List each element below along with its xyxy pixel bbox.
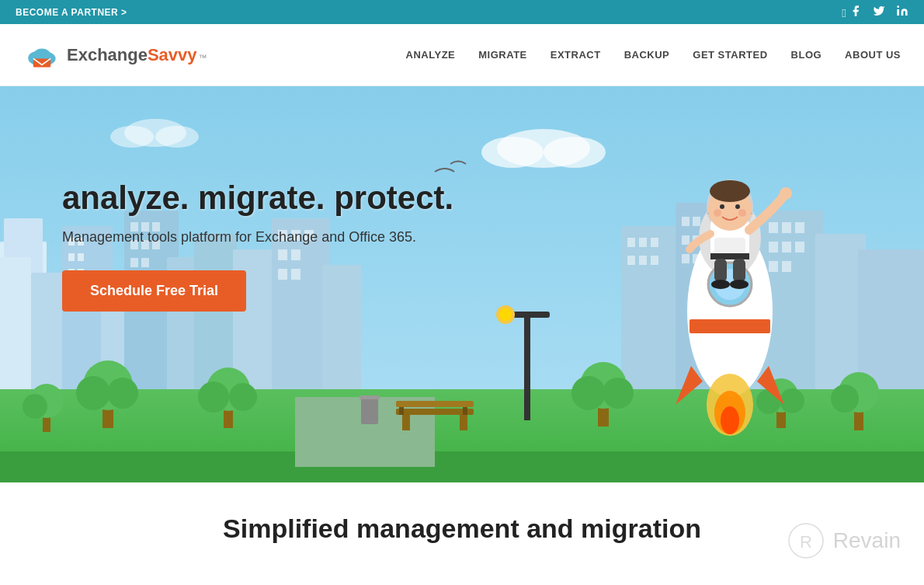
svg-rect-48 xyxy=(651,238,658,247)
cta-button[interactable]: Schedule Free Trial xyxy=(62,270,246,312)
logo-exchange: Exchange xyxy=(67,45,148,65)
svg-point-88 xyxy=(23,394,47,419)
nav-get-started[interactable]: GET STARTED xyxy=(693,49,767,61)
svg-point-103 xyxy=(780,388,804,413)
logo-savvy: Savvy xyxy=(148,45,197,65)
social-icons:  xyxy=(842,5,908,19)
revain-text: Revain xyxy=(833,528,901,553)
svg-point-96 xyxy=(603,378,634,409)
svg-rect-46 xyxy=(627,238,635,247)
svg-rect-63 xyxy=(782,242,791,252)
hero-subtext: Management tools platform for Exchange a… xyxy=(62,229,453,245)
svg-rect-64 xyxy=(795,242,804,252)
svg-rect-53 xyxy=(693,217,700,226)
svg-rect-47 xyxy=(639,238,647,247)
nav-blog[interactable]: BLOG xyxy=(791,49,822,61)
logo-text: Exchange Savvy ™ xyxy=(67,45,207,65)
svg-point-134 xyxy=(730,280,749,289)
hero-section: analyze. migrate. protect. Management to… xyxy=(0,86,924,482)
svg-point-91 xyxy=(198,381,229,413)
svg-rect-70 xyxy=(524,312,530,420)
facebook-icon[interactable]:  xyxy=(842,5,862,19)
hero-content: analyze. migrate. protect. Management to… xyxy=(62,179,453,312)
header: Exchange Savvy ™ ANALYZE MIGRATE EXTRACT… xyxy=(0,24,924,86)
nav-analyze[interactable]: ANALYZE xyxy=(406,49,456,61)
svg-rect-62 xyxy=(769,242,778,252)
svg-point-126 xyxy=(720,204,724,209)
svg-rect-77 xyxy=(460,415,467,430)
svg-rect-76 xyxy=(402,415,410,430)
svg-rect-79 xyxy=(463,407,467,415)
svg-point-130 xyxy=(780,187,792,200)
svg-rect-132 xyxy=(733,259,745,282)
nav-migrate[interactable]: MIGRATE xyxy=(478,49,526,61)
nav-extract[interactable]: EXTRACT xyxy=(551,49,601,61)
logo-tm: ™ xyxy=(199,53,207,62)
svg-rect-60 xyxy=(782,222,791,233)
svg-point-127 xyxy=(735,204,740,209)
svg-rect-80 xyxy=(361,397,378,424)
hero-headline: analyze. migrate. protect. xyxy=(62,179,453,217)
svg-point-133 xyxy=(711,280,730,289)
linkedin-icon[interactable] xyxy=(896,5,908,19)
svg-point-85 xyxy=(107,378,138,409)
bottom-headline: Simplified management and migration xyxy=(16,514,908,544)
svg-point-125 xyxy=(710,180,750,202)
svg-point-95 xyxy=(571,376,606,410)
svg-rect-57 xyxy=(682,254,690,263)
svg-point-109 xyxy=(155,126,199,148)
logo-cloud-icon xyxy=(23,41,61,69)
svg-rect-55 xyxy=(682,235,690,245)
svg-rect-66 xyxy=(782,261,791,272)
svg-point-108 xyxy=(110,126,154,148)
svg-point-106 xyxy=(544,137,606,168)
svg-point-105 xyxy=(481,137,544,168)
partner-text: BECOME A PARTNER > xyxy=(16,7,127,18)
svg-rect-78 xyxy=(399,407,404,415)
partner-link[interactable]: BECOME A PARTNER > xyxy=(16,7,127,18)
svg-rect-131 xyxy=(714,259,727,282)
svg-point-92 xyxy=(229,383,257,411)
main-nav: ANALYZE MIGRATE EXTRACT BACKUP GET START… xyxy=(406,49,901,61)
svg-rect-81 xyxy=(360,395,380,399)
revain-watermark: R Revain xyxy=(787,521,901,560)
svg-point-84 xyxy=(76,376,110,410)
svg-rect-52 xyxy=(682,217,690,226)
bottom-section: Simplified management and migration R Re… xyxy=(0,482,924,576)
svg-point-119 xyxy=(721,406,739,434)
svg-rect-74 xyxy=(396,409,474,415)
logo[interactable]: Exchange Savvy ™ xyxy=(23,41,207,69)
svg-rect-123 xyxy=(710,253,749,259)
svg-rect-68 xyxy=(0,451,924,482)
svg-point-99 xyxy=(831,385,859,413)
svg-point-0 xyxy=(897,5,899,8)
nav-about-us[interactable]: ABOUT US xyxy=(845,49,901,61)
twitter-icon[interactable] xyxy=(873,5,885,19)
svg-rect-61 xyxy=(795,222,804,233)
svg-rect-65 xyxy=(769,261,778,272)
nav-backup[interactable]: BACKUP xyxy=(624,49,670,61)
svg-rect-120 xyxy=(690,319,770,333)
top-banner: BECOME A PARTNER >  xyxy=(0,0,924,24)
svg-rect-51 xyxy=(651,256,658,265)
svg-text:R: R xyxy=(800,532,812,552)
svg-point-73 xyxy=(499,308,512,321)
svg-point-129 xyxy=(738,209,746,217)
revain-logo-icon: R xyxy=(787,521,825,560)
svg-rect-49 xyxy=(627,256,635,265)
svg-rect-75 xyxy=(396,401,474,407)
svg-point-128 xyxy=(714,209,721,217)
svg-rect-59 xyxy=(769,222,778,233)
svg-rect-50 xyxy=(639,256,647,265)
